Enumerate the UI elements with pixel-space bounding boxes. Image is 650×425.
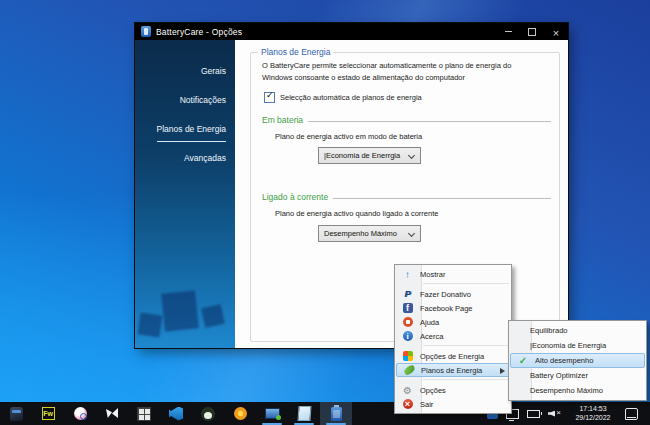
fan-icon [74,407,87,420]
submenu-item-desempenho-maximo[interactable]: Desempenho Máximo [509,383,646,398]
volume-tray-button[interactable] [548,409,561,419]
taskbar-app-5[interactable] [128,402,160,425]
menu-separator [423,345,509,347]
taskbar-app-display[interactable] [256,402,288,425]
action-center-icon [625,408,638,420]
leaf-icon [403,364,416,375]
close-icon [553,23,559,41]
menu-item-opcoes[interactable]: Opções [395,383,511,397]
action-center-button[interactable] [625,408,646,420]
groupbox-title: Planos de Energia [258,47,333,57]
title-bar[interactable]: BatteryCare - Opções [135,23,568,40]
battery-tray-icon [527,410,540,418]
submenu-item-battery-optimizer[interactable]: Battery Optimizer [509,368,646,383]
fireworks-icon: Fw [42,407,55,420]
menu-item-fazer-donativo[interactable]: Fazer Donativo [395,287,511,301]
battery-section-header: Em bateria [262,115,551,125]
clock-date: 29/12/2022 [570,414,616,423]
vscode-icon [169,407,183,421]
chevron-down-icon [408,152,415,159]
help-ring-icon [403,317,413,327]
menu-item-planos-de-energia[interactable]: Planos de Energia [396,363,510,377]
desktop: BatteryCare - Opções Gerais Notificações… [0,0,650,425]
spy-icon [10,407,23,421]
taskbar-app-1[interactable] [0,402,32,425]
ac-section-description: Plano de energia activo quando ligado à … [275,209,438,218]
taskbar-app-3[interactable] [64,402,96,425]
battery-tray-button[interactable] [527,410,540,418]
volume-muted-icon [548,409,561,419]
ac-section-header: Ligado à corrente [262,192,551,202]
window-title: BatteryCare - Opções [156,27,242,37]
menu-item-facebook-page[interactable]: Facebook Page [395,301,511,315]
close-button[interactable] [544,23,568,40]
taskbar-app-vscode[interactable] [160,402,192,425]
batterycare-icon [331,407,342,421]
menu-item-sair[interactable]: Sair [395,397,511,411]
submenu-arrow-icon [500,368,505,374]
clock-time: 17:14:53 [570,405,616,414]
info-icon [403,331,413,341]
submenu-item-equilibrado[interactable]: Equilibrado [509,323,646,338]
taskbar-app-fireworks[interactable]: Fw [32,402,64,425]
facebook-icon [403,303,413,313]
taskbar-app-4[interactable] [96,402,128,425]
description-text: O BatteryCare permite seleccionar automa… [262,60,551,84]
sidebar-watermark [201,304,225,328]
paw-icon [105,407,119,420]
sidebar-watermark [161,290,199,331]
check-icon [519,355,527,366]
taskbar-app-8[interactable] [224,402,256,425]
batterycare-app-icon [141,26,151,37]
auto-plan-checkbox[interactable] [264,92,275,103]
checkbox-label: Selecção automática de planos de energia [280,93,422,102]
taskbar-app-notepad[interactable] [288,402,320,425]
taskbar-app-7[interactable] [192,402,224,425]
grid-icon [137,407,151,421]
sidebar-item-avancadas[interactable]: Avançadas [135,147,235,176]
maximize-button[interactable] [520,23,544,40]
tray-context-menu: Mostrar Fazer Donativo Facebook Page Aju… [394,264,512,414]
submenu-item-alto-desempenho[interactable]: Alto desempenho [510,353,645,368]
taskbar: Fw 17:14:53 29/12/2022 [0,402,650,425]
monitor-app-icon [265,408,280,419]
ac-plan-dropdown[interactable]: Desempenho Máximo [318,225,421,242]
taskbar-app-batterycare[interactable] [320,402,352,425]
menu-item-opcoes-de-energia[interactable]: Opções de Energia [395,349,511,363]
sidebar-item-planos-de-energia[interactable]: Planos de Energia [135,118,235,147]
menu-separator [423,379,509,381]
menu-item-mostrar[interactable]: Mostrar [395,267,511,281]
windows-flag-icon [403,351,413,361]
menu-item-acerca[interactable]: Acerca [395,329,511,343]
sidebar-item-gerais[interactable]: Gerais [135,60,235,89]
sidebar-watermark [138,313,163,338]
menu-separator [423,283,509,285]
sidebar: Gerais Notificações Planos de Energia Av… [135,40,235,348]
energy-plans-submenu: Equilibrado |Economia de Enerrgia Alto d… [508,320,647,401]
section-divider [333,198,551,199]
orange-circle-icon [234,407,247,420]
gear-icon [403,385,412,396]
maximize-icon [528,28,536,36]
menu-item-ajuda[interactable]: Ajuda [395,315,511,329]
up-arrow-icon [405,269,410,280]
notepad-icon [297,406,311,421]
paypal-icon [404,289,410,299]
submenu-item-economia-de-energia[interactable]: |Economia de Enerrgia [509,338,646,353]
battery-plan-dropdown[interactable]: |Economia de Enerrgia [318,147,421,164]
battery-section-description: Plano de energia activo em modo de bater… [275,132,422,141]
sidebar-item-notificacoes[interactable]: Notificações [135,89,235,118]
exit-icon [403,399,413,409]
taskbar-clock[interactable]: 17:14:53 29/12/2022 [570,405,616,422]
minimize-icon [505,31,512,32]
panda-icon [201,407,215,421]
minimize-button[interactable] [496,23,520,40]
section-divider [308,121,551,122]
chevron-down-icon [408,230,415,237]
